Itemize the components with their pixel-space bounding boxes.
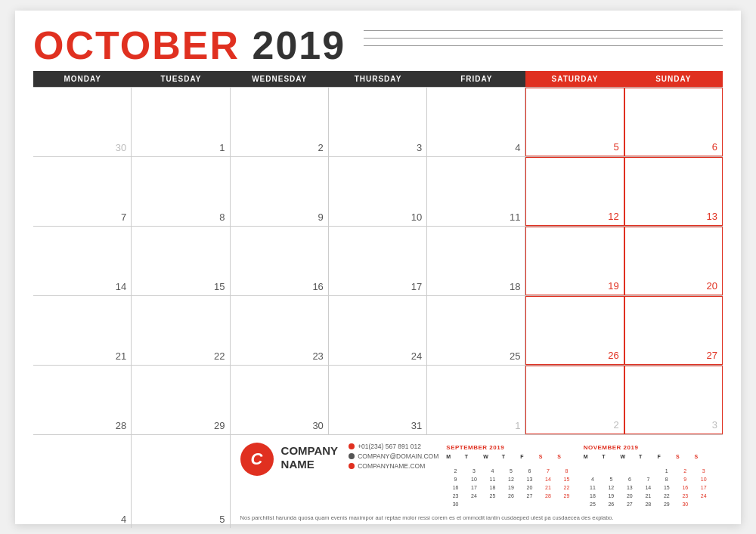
mini-cal-day-cell: 30	[676, 500, 694, 508]
week-row-5: 28293031123	[33, 365, 723, 434]
website-text: COMPANYNAME.COM	[358, 462, 425, 470]
mini-cal-day-cell: 23	[676, 492, 694, 500]
mini-cal-day-cell: 30	[446, 500, 464, 508]
mini-cal-day-cell: 11	[584, 483, 602, 492]
mini-cal-day-cell	[584, 467, 602, 475]
mini-cal-day-cell: 7	[539, 467, 557, 475]
email-dot	[349, 453, 355, 459]
day-number: 7	[121, 211, 126, 223]
calendar-grid: MONDAY TUESDAY WEDNESDAY THURSDAY FRIDAY…	[33, 71, 723, 514]
mini-cal-day-cell	[695, 500, 713, 508]
company-logo: C	[240, 443, 274, 476]
mini-cal-day-cell: 6	[520, 467, 538, 475]
day-number: 11	[510, 211, 520, 223]
mini-cal-day-cell	[465, 500, 483, 508]
day-number: 2	[613, 419, 618, 431]
mini-cal-day-cell: 8	[658, 475, 676, 483]
mini-calendar-1: NOVEMBER 2019MTWTFSS12345678910111213141…	[584, 444, 713, 509]
day-number: 2	[318, 142, 324, 153]
mini-cal-header-cell: F	[658, 452, 676, 461]
week-row-2: 78910111213	[33, 156, 723, 226]
day-cell-28-w4: 28	[33, 366, 132, 434]
day-cell-1-w4: 1	[427, 366, 525, 434]
day-cell-30-w4: 30	[231, 366, 329, 434]
day-cell-6-w0: 6	[624, 88, 723, 156]
day-header-friday: FRIDAY	[427, 71, 525, 87]
day-number: 1	[219, 142, 225, 153]
day-cell-7-w1: 7	[33, 157, 132, 226]
day-cell-3-w0: 3	[329, 88, 427, 156]
day-cell-14-w2: 14	[33, 227, 132, 295]
day-header-thursday: THURSDAY	[329, 71, 427, 87]
phone-text: +01(234) 567 891 012	[358, 443, 421, 450]
day-cell-22-w3: 22	[132, 296, 230, 365]
day-number: 3	[417, 142, 422, 153]
mini-cal-day-cell: 17	[695, 483, 713, 492]
mini-cal-day-cell: 14	[639, 483, 657, 492]
mini-cal-day-cell: 24	[465, 492, 483, 500]
day-cell-21-w3: 21	[33, 296, 132, 365]
day-number: 14	[116, 281, 126, 292]
weeks-container: 3012345678910111213141516171819202122232…	[33, 87, 723, 434]
day-header-tuesday: TUESDAY	[132, 71, 230, 87]
mini-cal-day-cell: 2	[676, 467, 694, 475]
phone-dot	[349, 443, 355, 449]
day-number: 6	[712, 141, 717, 153]
day-cell-3-w4: 3	[624, 366, 723, 434]
mini-cal-header-cell: S	[676, 452, 694, 461]
day-cell-18-w2: 18	[427, 227, 525, 295]
day-number: 31	[411, 420, 422, 431]
day-number: 25	[510, 350, 520, 362]
mini-cal-day-cell: 29	[658, 500, 676, 508]
mini-cal-day-cell: 16	[676, 483, 694, 492]
mini-cal-header-cell: S	[539, 452, 557, 461]
day-cell-8-w1: 8	[132, 157, 230, 226]
mini-cal-grid-1: MTWTFSS123456789101112131415161718192021…	[584, 452, 713, 509]
day-cell-26-w3: 26	[525, 296, 624, 365]
mini-cal-day-cell: 8	[557, 467, 575, 475]
day-number: 29	[214, 420, 225, 431]
mini-cal-header-cell: T	[465, 452, 483, 461]
mini-calendars: SEPTEMBER 2019MTWTFSS2345678910111213141…	[446, 441, 713, 509]
month-title: OCTOBER	[33, 23, 240, 67]
year-title: 2019	[253, 23, 346, 67]
mini-cal-day-cell: 3	[465, 467, 483, 475]
day-header-sunday: SUNDAY	[624, 71, 723, 87]
mini-cal-day-cell: 4	[483, 467, 501, 475]
mini-cal-day-cell: 13	[621, 483, 639, 492]
week-row-1: 30123456	[33, 87, 723, 156]
calendar-page: OCTOBER 2019 MONDAY TUESDAY WEDNESDAY TH…	[15, 11, 741, 524]
day-cell-5-w0: 5	[525, 88, 624, 156]
day-number: 18	[510, 281, 520, 292]
mini-cal-day-cell: 28	[539, 492, 557, 500]
day-number: 19	[608, 280, 618, 292]
footer-company-block: C COMPANYNAME +01(234) 567 891 012 C	[231, 435, 723, 529]
header-line-2	[364, 38, 723, 39]
company-name: COMPANYNAME	[281, 444, 339, 471]
day-number: 8	[219, 211, 225, 223]
mini-cal-day-cell: 2	[446, 467, 464, 475]
mini-cal-day-cell: 29	[557, 492, 575, 500]
day-cell-25-w3: 25	[427, 296, 525, 365]
mini-cal-day-cell	[539, 500, 557, 508]
mini-cal-day-cell: 27	[621, 500, 639, 508]
day-number: 22	[214, 350, 225, 362]
mini-cal-day-cell: 12	[602, 483, 620, 492]
mini-cal-day-cell: 10	[465, 475, 483, 483]
mini-cal-day-cell: 6	[621, 475, 639, 483]
mini-cal-day-cell	[602, 467, 620, 475]
mini-cal-title-1: NOVEMBER 2019	[584, 444, 713, 451]
mini-cal-day-cell	[639, 467, 657, 475]
mini-cal-day-cell: 9	[446, 475, 464, 483]
day-cell-20-w2: 20	[624, 227, 723, 295]
day-cell-11-w1: 11	[427, 157, 525, 226]
day-cell-13-w1: 13	[624, 157, 723, 226]
mini-cal-day-cell: 14	[539, 475, 557, 483]
day-number: 17	[411, 281, 422, 292]
day-number: 13	[707, 211, 717, 222]
mini-cal-header-cell: W	[621, 452, 639, 461]
mini-cal-day-cell: 15	[557, 475, 575, 483]
header-lines	[345, 26, 723, 46]
mini-cal-day-cell: 1	[658, 467, 676, 475]
company-description: Nos parchilist harunda quosa quam evenis…	[240, 514, 713, 523]
